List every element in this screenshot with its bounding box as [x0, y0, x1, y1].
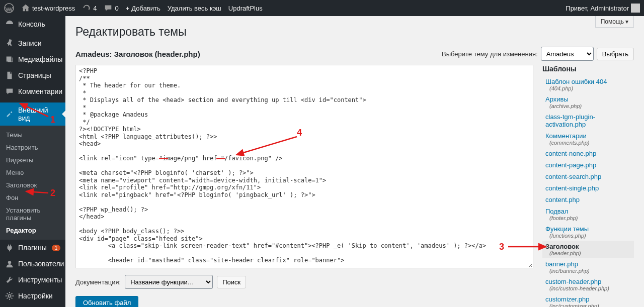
sidebar-item-appearance[interactable]: Внешний вид [0, 103, 65, 126]
comments-link[interactable]: 0 [104, 4, 118, 13]
template-link[interactable]: content-search.php [545, 173, 601, 180]
sidebar-item-users[interactable]: Пользователи [0, 256, 65, 272]
template-link[interactable]: custom-header.php [545, 278, 601, 285]
sidebar-item-plugins[interactable]: Плагины1 [0, 240, 65, 256]
sidebar-item-pin[interactable]: Записи [0, 35, 65, 51]
template-link[interactable]: Подвал [545, 208, 568, 215]
template-item[interactable]: custom-header.php(inc/custom-header.php) [542, 276, 634, 293]
doc-function-select[interactable]: Название функции… [125, 275, 213, 289]
templates-heading: Шаблоны [542, 65, 634, 73]
submenu-item[interactable]: Заголовок [0, 179, 65, 191]
sidebar-item-label: Записи [18, 39, 41, 47]
updates-count: 4 [93, 5, 97, 12]
template-item[interactable]: Подвал(footer.php) [542, 206, 634, 223]
sidebar-item-label: Комментарии [18, 87, 62, 95]
sidebar-item-label: Инструменты [18, 276, 62, 284]
template-item[interactable]: banner.php(inc/banner.php) [542, 258, 634, 276]
comments-icon [5, 87, 14, 96]
appearance-icon [5, 110, 14, 119]
pin-icon [5, 39, 14, 48]
template-link[interactable]: class-tgm-plugin-activation.php [545, 113, 595, 128]
template-link[interactable]: content.php [545, 196, 580, 203]
submenu-item[interactable]: Темы [0, 129, 65, 141]
template-item[interactable]: content-single.php [542, 182, 634, 194]
template-link[interactable]: Заголовок [545, 243, 579, 250]
template-item[interactable]: class-tgm-plugin-activation.php [542, 111, 634, 130]
help-tab[interactable]: Помощь ▾ [595, 16, 634, 28]
template-filename: (footer.php) [545, 215, 631, 221]
code-editor[interactable] [75, 65, 533, 268]
sidebar-item-label: Настройки [18, 292, 53, 300]
template-item[interactable]: Архивы(archive.php) [542, 93, 634, 111]
templates-panel: Шаблоны Шаблон ошибки 404(404.php)Архивы… [542, 65, 634, 307]
sidebar-item-comments[interactable]: Комментарии [0, 83, 65, 99]
update-file-button[interactable]: Обновить файл [75, 296, 138, 307]
sidebar-item-label: Пользователи [18, 260, 64, 268]
sidebar-item-label: Внешний вид [18, 106, 60, 122]
site-name: test-wordpress [32, 5, 75, 12]
sidebar-item-label: Плагины [18, 244, 47, 252]
template-filename: (comments.php) [545, 140, 631, 146]
badge: 1 [52, 245, 61, 251]
annotation-underline [159, 158, 168, 159]
template-filename: (inc/banner.php) [545, 268, 631, 274]
add-new-label: Добавить [131, 5, 160, 12]
template-item[interactable]: Функции темы(functions.php) [542, 223, 634, 241]
delete-cache-link[interactable]: Удалить весь кэш [168, 5, 221, 12]
add-new-link[interactable]: + Добавить [126, 5, 160, 12]
template-link[interactable]: Шаблон ошибки 404 [545, 78, 607, 85]
submenu-item[interactable]: Меню [0, 166, 65, 179]
sidebar-item-label: Страницы [18, 71, 51, 79]
template-filename: (functions.php) [545, 233, 631, 239]
svg-point-2 [8, 261, 11, 264]
site-link[interactable]: test-wordpress [21, 4, 75, 13]
help-label: Помощь [601, 18, 624, 25]
user-greeting[interactable]: Привет, Administrator [566, 4, 640, 13]
template-link[interactable]: banner.php [545, 260, 578, 268]
template-link[interactable]: Комментарии [545, 132, 587, 140]
plugins-icon [5, 243, 14, 252]
sidebar-item-pages[interactable]: Страницы [0, 67, 65, 83]
content-area: Помощь ▾ Редактировать темы Amadeus: Заг… [65, 16, 644, 307]
sidebar-item-settings[interactable]: Настройки [0, 288, 65, 304]
sidebar-item-media[interactable]: Медиафайлы [0, 51, 65, 67]
submenu-item[interactable]: Фон [0, 191, 65, 204]
submenu-item[interactable]: Установить плагины [0, 204, 65, 224]
submenu-item[interactable]: Виджеты [0, 154, 65, 166]
updates-link[interactable]: 4 [82, 4, 97, 13]
template-item[interactable]: customizer.php(inc/customizer.php) [542, 293, 634, 307]
template-item[interactable]: Заголовок(header.php) [542, 241, 634, 258]
template-item[interactable]: Комментарии(comments.php) [542, 130, 634, 148]
updraft-link[interactable]: UpdraftPlus [228, 5, 263, 12]
comments-count: 0 [115, 5, 118, 12]
template-item[interactable]: content-search.php [542, 171, 634, 182]
template-link[interactable]: content-single.php [545, 184, 599, 192]
page-title: Редактировать темы [75, 25, 634, 39]
greeting-text: Привет, Administrator [566, 5, 629, 12]
template-link[interactable]: customizer.php [545, 295, 589, 303]
template-item[interactable]: content.php [542, 194, 634, 206]
template-filename: (inc/customizer.php) [545, 303, 631, 307]
doc-search-button[interactable]: Поиск [217, 276, 246, 288]
theme-select[interactable]: Amadeus [541, 47, 594, 61]
template-link[interactable]: content-page.php [545, 161, 596, 169]
annotation-underline [216, 158, 225, 159]
template-item[interactable]: content-page.php [542, 159, 634, 171]
select-theme-button[interactable]: Выбрать [597, 48, 634, 60]
doc-label: Документация: [75, 278, 121, 286]
sidebar-item-label: Медиафайлы [18, 55, 62, 63]
template-link[interactable]: Архивы [545, 95, 569, 103]
template-link[interactable]: Функции темы [545, 225, 589, 233]
template-item[interactable]: Шаблон ошибки 404(404.php) [542, 76, 634, 93]
wordpress-icon [4, 3, 14, 13]
avatar [631, 4, 640, 13]
submenu-item[interactable]: Редактор [0, 224, 65, 237]
template-item[interactable]: content-none.php [542, 148, 634, 159]
refresh-icon [82, 4, 91, 13]
wp-logo[interactable] [4, 3, 14, 13]
file-subtitle: Amadeus: Заголовок (header.php) [75, 50, 200, 58]
sidebar-item-tools[interactable]: Инструменты [0, 272, 65, 288]
template-link[interactable]: content-none.php [545, 150, 596, 157]
submenu-item[interactable]: Настроить [0, 141, 65, 154]
sidebar-item-dashboard[interactable]: Консоль [0, 16, 65, 32]
